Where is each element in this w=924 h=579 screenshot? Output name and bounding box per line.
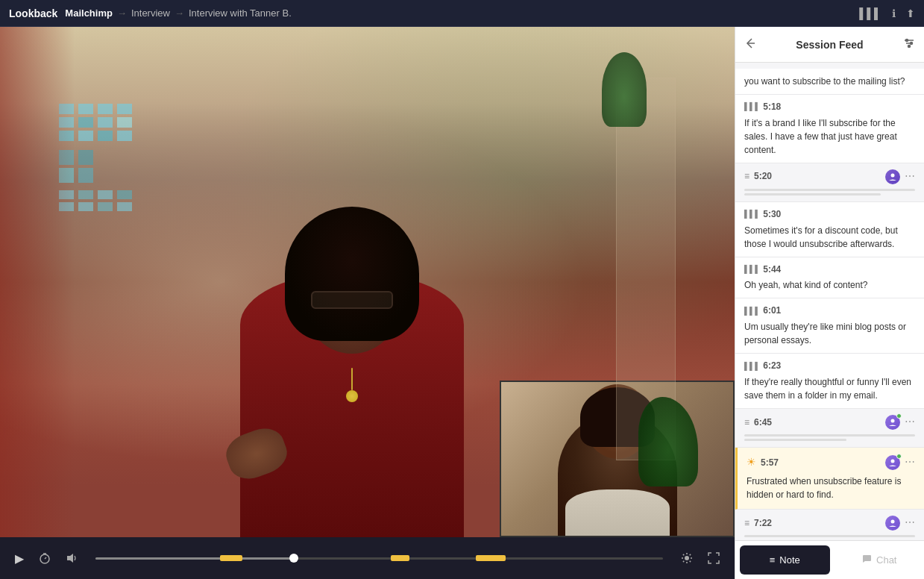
main-video (0, 27, 735, 537)
svg-line-10 (683, 554, 684, 555)
note-card-right-3: ⋯ (885, 455, 915, 470)
progress-fill (95, 557, 294, 560)
waveform-icon-2: ▌▌▌ (744, 101, 760, 112)
lookback-logo: Lookback (9, 7, 57, 19)
time-2: 5:18 (763, 101, 781, 113)
stopwatch-button[interactable] (36, 549, 54, 567)
timeline-marker-2 (391, 555, 409, 561)
svg-line-3 (45, 557, 46, 559)
svg-point-24 (891, 519, 895, 523)
svg-point-20 (908, 46, 911, 48)
note-lines-4 (744, 535, 915, 537)
svg-point-19 (911, 43, 913, 45)
note-line-1b (744, 193, 881, 195)
svg-line-11 (690, 561, 691, 562)
feed-item-2: ▌▌▌ 5:18 If it's a brand I like I'll sub… (735, 95, 924, 163)
note-line-2b (744, 439, 846, 441)
bottom-tabs: ≡ Note Chat (735, 540, 924, 579)
note-card-left-2: ≡ 6:45 (744, 416, 772, 429)
feed-item-note-3: ≡ 7:22 ⋯ (735, 510, 924, 540)
svg-marker-4 (67, 554, 73, 563)
audio-levels-icon[interactable]: ▌▌▌ (859, 7, 881, 19)
feed-text-3: Sometimes it's for a discount code, but … (744, 224, 915, 251)
note-lines-2 (744, 434, 915, 441)
time-6: 6:23 (763, 360, 781, 372)
main-layout: ▶ (0, 27, 924, 579)
svg-point-5 (685, 556, 689, 560)
more-options-3[interactable]: ⋯ (905, 455, 915, 470)
feed-item-5: ▌▌▌ 6:01 Um usually they're like mini bl… (735, 298, 924, 354)
feed-item-note-highlighted: ☀ 5:57 ⋯ Frustrated w (735, 448, 924, 510)
svg-point-23 (891, 459, 895, 463)
menu-icon-1: ≡ (744, 170, 749, 183)
timestamp-3: ▌▌▌ 5:30 (744, 208, 915, 221)
note-card-header-2: ≡ 6:45 ⋯ (744, 415, 915, 430)
panel-header: Session Feed (735, 27, 924, 63)
topbar-crumb2: Interview with Tanner B. (189, 7, 292, 19)
note-card-left-1: ≡ 5:20 (744, 170, 772, 183)
chat-icon (861, 554, 872, 566)
svg-point-22 (891, 419, 895, 422)
note-time-2: 6:45 (754, 416, 772, 429)
note-icon: ≡ (770, 554, 776, 566)
avatar-2 (885, 415, 900, 430)
avatar-3 (885, 455, 900, 470)
menu-icon-2: ≡ (744, 416, 749, 429)
waveform-icon-4: ▌▌▌ (744, 264, 760, 275)
highlighted-note-text: Frustrated when unsubscribe feature is h… (747, 475, 915, 501)
timestamp-6: ▌▌▌ 6:23 (744, 360, 915, 372)
note-card-header-3: ☀ 5:57 ⋯ (747, 455, 915, 470)
feed-item-4: ▌▌▌ 5:44 Oh yeah, what kind of content? (735, 257, 924, 299)
time-5: 6:01 (763, 304, 781, 317)
progress-track[interactable] (95, 557, 663, 560)
note-card-right-4: ⋯ (885, 516, 915, 531)
more-options-1[interactable]: ⋯ (905, 169, 915, 184)
timestamp-4: ▌▌▌ 5:44 (744, 263, 915, 276)
timestamp-5: ▌▌▌ 6:01 (744, 304, 915, 317)
feed-item-6: ▌▌▌ 6:23 If they're really thoughtful or… (735, 354, 924, 409)
time-3: 5:30 (763, 208, 781, 221)
progress-area[interactable] (89, 557, 669, 560)
progress-handle[interactable] (289, 554, 298, 563)
more-options-4[interactable]: ⋯ (905, 516, 915, 531)
video-container[interactable] (0, 27, 735, 537)
note-card-header-1: ≡ 5:20 ⋯ (744, 169, 915, 184)
note-line-2a (744, 434, 915, 436)
brightness-button[interactable] (678, 549, 696, 567)
note-line-1a (744, 189, 915, 191)
volume-button[interactable] (63, 549, 81, 567)
more-options-2[interactable]: ⋯ (905, 415, 915, 430)
feed-text-5: Um usually they're like mini blog posts … (744, 320, 915, 347)
note-card-right-1: ⋯ (885, 169, 915, 184)
feed-item-note-1: ≡ 5:20 ⋯ (735, 163, 924, 202)
waveform-icon-5: ▌▌▌ (744, 306, 760, 316)
topbar-sep1: → (117, 7, 127, 19)
timeline-marker-3 (476, 555, 506, 561)
fullscreen-button[interactable] (705, 549, 723, 567)
right-panel: Session Feed you want to subscribe to th… (735, 27, 924, 579)
avatar-1 (885, 169, 900, 184)
topbar-sep2: → (175, 7, 184, 19)
svg-point-21 (891, 173, 895, 177)
note-line-4a (744, 535, 915, 537)
panel-back-button[interactable] (744, 37, 756, 51)
controls-right (678, 549, 723, 567)
svg-point-18 (906, 40, 908, 42)
feed-text-4: Oh yeah, what kind of content? (744, 278, 915, 292)
topbar-brand[interactable]: Mailchimp (65, 7, 113, 19)
tab-chat[interactable]: Chat (835, 541, 925, 579)
tab-note[interactable]: ≡ Note (740, 545, 830, 575)
svg-line-12 (690, 554, 691, 555)
menu-icon-4: ≡ (744, 517, 749, 530)
feed-content[interactable]: you want to subscribe to the mailing lis… (735, 63, 924, 540)
chat-label: Chat (876, 554, 896, 566)
share-icon[interactable]: ⬆ (906, 7, 915, 19)
play-button[interactable]: ▶ (12, 548, 27, 569)
info-icon[interactable]: ℹ (892, 7, 896, 19)
feed-item-3: ▌▌▌ 5:30 Sometimes it's for a discount c… (735, 202, 924, 257)
feed-text-2: If it's a brand I like I'll subscribe fo… (744, 116, 915, 157)
feed-item-note-2: ≡ 6:45 ⋯ (735, 409, 924, 448)
panel-filter-button[interactable] (903, 37, 915, 51)
topbar-crumb1[interactable]: Interview (131, 7, 170, 19)
timestamp-2: ▌▌▌ 5:18 (744, 101, 915, 113)
